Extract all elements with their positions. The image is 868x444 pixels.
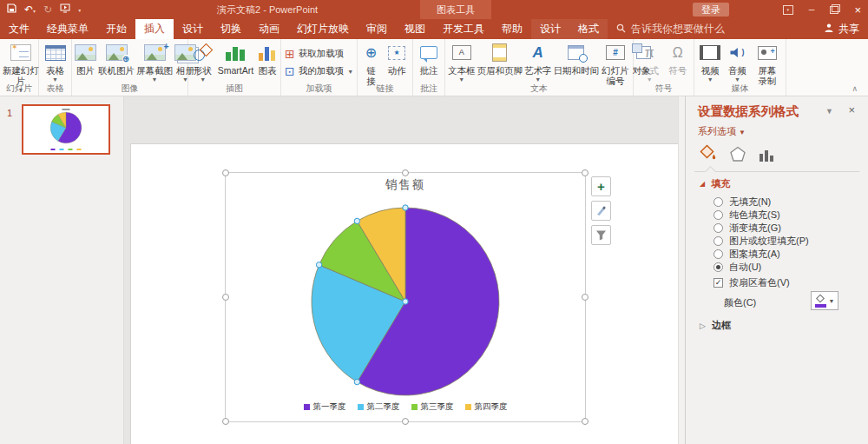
tab-classic-menu[interactable]: 经典菜单: [38, 19, 97, 39]
document-title: 演示文稿2 - PowerPoint: [217, 0, 318, 19]
chart-icon: [259, 45, 275, 61]
hyperlink-button[interactable]: ⊕ 链接: [364, 42, 379, 86]
radio-icon[interactable]: [713, 197, 723, 207]
share-button[interactable]: 共享: [824, 19, 859, 39]
tab-chart-format[interactable]: 格式: [569, 19, 608, 39]
effects-tab-icon[interactable]: [729, 146, 746, 164]
save-icon[interactable]: [7, 3, 16, 16]
thumbnail-pie: [49, 111, 82, 144]
tab-developer[interactable]: 开发工具: [434, 19, 493, 39]
textbox-button[interactable]: 文本框 ▼: [447, 42, 477, 83]
fill-option-no-fill[interactable]: 无填充(N): [713, 195, 771, 209]
series-options-tab-icon[interactable]: [759, 149, 774, 164]
table-button[interactable]: 表格 ▼: [44, 42, 67, 83]
slide-thumbnail[interactable]: [22, 104, 110, 155]
tab-animations[interactable]: 动画: [250, 19, 288, 39]
color-picker-button[interactable]: ▼: [811, 291, 838, 310]
resize-handle-e[interactable]: [582, 294, 589, 301]
resize-handle-sw[interactable]: [222, 418, 229, 425]
fill-option-gradient[interactable]: 渐变填充(G): [713, 222, 781, 235]
chart-selection-frame[interactable]: 销售额 第一季度 第二季度: [225, 172, 586, 422]
fill-option-solid[interactable]: 纯色填充(S): [713, 209, 780, 222]
chart-button[interactable]: 图表: [257, 42, 277, 76]
video-icon: [700, 45, 720, 60]
header-footer-button[interactable]: 页眉和页脚: [477, 42, 524, 76]
pane-icon-tabs: [698, 142, 774, 164]
slide-canvas[interactable]: 销售额 第一季度 第二季度: [130, 143, 680, 444]
fill-option-automatic[interactable]: 自动(U): [713, 261, 761, 274]
start-slideshow-icon[interactable]: [60, 3, 70, 16]
pane-close-icon[interactable]: ×: [848, 103, 855, 116]
border-section-header[interactable]: ▷ 边框: [700, 319, 731, 332]
radio-icon[interactable]: [713, 236, 723, 246]
my-addins-button[interactable]: ⊡ 我的加载项 ▼: [285, 65, 353, 77]
screenshot-button[interactable]: + 屏幕截图 ▼: [135, 42, 174, 83]
audio-button[interactable]: ) 音频 ▼: [727, 42, 747, 83]
date-time-button[interactable]: 日期和时间: [553, 42, 601, 76]
resize-handle-n[interactable]: [402, 169, 409, 176]
pane-options-caret-icon[interactable]: ▼: [825, 107, 833, 116]
tab-file[interactable]: 文件: [0, 19, 38, 39]
slide-edit-area: 销售额 第一季度 第二季度: [124, 96, 685, 444]
resize-handle-w[interactable]: [222, 294, 229, 301]
tab-design[interactable]: 设计: [174, 19, 212, 39]
tab-view[interactable]: 视图: [396, 19, 434, 39]
tab-insert[interactable]: 插入: [135, 19, 174, 39]
series-options-selector[interactable]: 系列选项 ▼: [698, 125, 746, 138]
shapes-button[interactable]: 形状 ▼: [192, 42, 214, 83]
picture-icon: [75, 44, 96, 61]
my-addins-icon: ⊡: [285, 65, 295, 77]
shapes-icon: [193, 44, 214, 62]
close-icon[interactable]: ×: [854, 4, 861, 16]
slide-scrollbar[interactable]: [678, 96, 685, 444]
get-addins-button[interactable]: ⊞ 获取加载项: [285, 48, 344, 60]
group-addins: ⊞ 获取加载项 ⊡ 我的加载项 ▼ 加载项: [281, 39, 358, 96]
checkbox-checked-icon[interactable]: ✓: [713, 278, 723, 288]
group-media: 视频 ▼ ) 音频 ▼ 屏幕录制 媒体: [694, 39, 786, 96]
picture-button[interactable]: 图片: [74, 42, 97, 76]
tell-me-search[interactable]: 告诉我你想要做什么: [616, 19, 725, 39]
comment-button[interactable]: 批注: [419, 42, 439, 76]
radio-icon[interactable]: [713, 223, 723, 233]
tab-review[interactable]: 审阅: [358, 19, 396, 39]
restore-icon[interactable]: [830, 6, 838, 14]
chart-title[interactable]: 销售额: [226, 177, 585, 193]
tab-chart-design[interactable]: 设计: [531, 19, 569, 39]
screen-recording-button[interactable]: 屏幕录制: [753, 42, 781, 86]
tab-home[interactable]: 开始: [97, 19, 135, 39]
sign-in-button[interactable]: 登录: [693, 3, 729, 17]
ribbon-display-options-icon[interactable]: ▾: [783, 5, 793, 15]
chart-styles-button[interactable]: [591, 201, 611, 221]
fill-option-picture-texture[interactable]: 图片或纹理填充(P): [713, 235, 809, 248]
fill-section-header[interactable]: ◢ 填充: [700, 177, 730, 190]
radio-icon[interactable]: [713, 210, 723, 220]
tab-slideshow[interactable]: 幻灯片放映: [288, 19, 358, 39]
radio-icon[interactable]: [713, 249, 723, 259]
resize-handle-ne[interactable]: [582, 169, 589, 176]
collapse-ribbon-icon[interactable]: ∧: [852, 84, 858, 93]
video-button[interactable]: 视频 ▼: [699, 42, 721, 83]
pie-chart[interactable]: [306, 202, 505, 401]
slide-number-button[interactable]: 幻灯片编号: [600, 42, 631, 86]
chart-legend[interactable]: 第一季度 第二季度 第三季度 第四季度: [226, 401, 585, 413]
filter-icon: [595, 229, 607, 241]
chart-filters-button[interactable]: [591, 225, 611, 245]
action-button[interactable]: ★ 动作: [387, 42, 407, 76]
online-picture-icon: ⊕: [106, 44, 128, 61]
resize-handle-s[interactable]: [402, 418, 409, 425]
radio-selected-icon[interactable]: [713, 262, 723, 272]
minimize-icon[interactable]: –: [809, 4, 815, 15]
fill-line-tab-icon[interactable]: [698, 144, 717, 164]
chart-elements-button[interactable]: +: [591, 176, 611, 196]
customize-qat-icon[interactable]: ▾: [78, 7, 81, 13]
wordart-button[interactable]: 艺术字 ▼: [523, 42, 553, 83]
tab-transitions[interactable]: 切换: [212, 19, 250, 39]
resize-handle-nw[interactable]: [222, 169, 229, 176]
undo-icon[interactable]: ↶▾: [24, 4, 36, 15]
vary-colors-checkbox-row[interactable]: ✓ 按扇区着色(V): [713, 276, 790, 289]
fill-option-pattern[interactable]: 图案填充(A): [713, 248, 780, 261]
tab-help[interactable]: 帮助: [493, 19, 531, 39]
resize-handle-se[interactable]: [582, 418, 589, 425]
smartart-button[interactable]: SmartArt: [217, 42, 254, 76]
online-picture-button[interactable]: ⊕ 联机图片: [97, 42, 135, 76]
